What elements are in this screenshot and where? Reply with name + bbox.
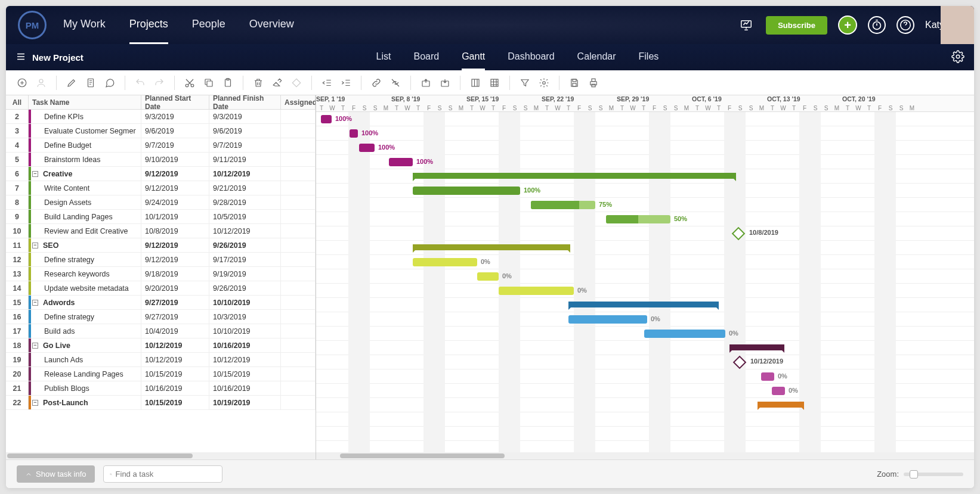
print-icon[interactable] — [586, 75, 601, 91]
gantt-task-bar[interactable] — [499, 287, 574, 295]
indent-icon[interactable] — [338, 75, 354, 91]
table-row[interactable]: 7 Write Content 9/12/2019 9/21/2019 — [6, 181, 316, 195]
table-row[interactable]: 14 Update website metadata 9/20/2019 9/2… — [6, 281, 316, 296]
gantt-body[interactable]: 100%100%100%100%100%75%50%10/8/20190%0%0… — [316, 112, 974, 452]
gear-icon[interactable] — [536, 75, 552, 91]
table-row[interactable]: 5 Brainstorm Ideas 9/10/2019 9/11/2019 — [6, 153, 316, 167]
table-row[interactable]: 20 Release Landing Pages 10/15/2019 10/1… — [6, 367, 316, 381]
gantt-h-scroll[interactable] — [316, 452, 974, 459]
avatar[interactable] — [941, 6, 974, 44]
table-row[interactable]: 8 Design Assets 9/24/2019 9/28/2019 — [6, 195, 316, 210]
gantt-task-bar[interactable] — [606, 215, 670, 223]
nav-people[interactable]: People — [192, 6, 225, 44]
help-icon[interactable] — [896, 16, 914, 34]
filter-icon[interactable] — [517, 75, 533, 91]
tab-calendar[interactable]: Calendar — [577, 45, 616, 70]
clear-icon[interactable] — [270, 75, 285, 91]
gantt-task-bar[interactable] — [761, 372, 774, 381]
add-task-icon[interactable] — [14, 75, 30, 91]
add-button[interactable]: + — [838, 15, 857, 35]
tab-files[interactable]: Files — [639, 45, 659, 70]
table-row[interactable]: 15 −Adwords 9/27/2019 10/10/2019 — [6, 296, 316, 310]
table-row[interactable]: 9 Build Landing Pages 10/1/2019 10/5/201… — [6, 210, 316, 224]
grid-icon[interactable] — [487, 75, 502, 91]
gantt-task-bar[interactable] — [359, 144, 375, 152]
table-row[interactable]: 19 Launch Ads 10/12/2019 10/12/2019 — [6, 353, 316, 367]
grid-body[interactable]: 2 Define KPIs 9/3/2019 9/3/2019 3 Evalua… — [6, 110, 316, 452]
gantt-task-bar[interactable] — [413, 258, 477, 266]
tab-dashboard[interactable]: Dashboard — [508, 45, 554, 70]
nav-overview[interactable]: Overview — [249, 6, 294, 44]
notes-icon[interactable] — [83, 75, 98, 91]
table-row[interactable]: 22 −Post-Launch 10/15/2019 10/19/2019 — [6, 396, 316, 410]
gantt-bar-label: 0% — [502, 272, 512, 279]
gantt-task-bar[interactable] — [350, 129, 358, 138]
table-row[interactable]: 10 Review and Edit Creative 10/8/2019 10… — [6, 224, 316, 238]
redo-icon[interactable] — [152, 75, 167, 91]
table-row[interactable]: 16 Define strategy 9/27/2019 10/3/2019 — [6, 310, 316, 324]
copy-icon[interactable] — [201, 75, 217, 91]
show-task-info-button[interactable]: Show task info — [17, 465, 95, 483]
settings-icon[interactable] — [951, 50, 964, 65]
table-row[interactable]: 13 Research keywords 9/18/2019 9/19/2019 — [6, 267, 316, 281]
gantt-task-bar[interactable] — [568, 315, 647, 324]
table-row[interactable]: 6 −Creative 9/12/2019 10/12/2019 — [6, 167, 316, 181]
gantt-chart[interactable]: SEP, 1 '19SEP, 8 '19SEP, 15 '19SEP, 22 '… — [316, 95, 974, 459]
diamond-icon[interactable] — [289, 75, 304, 91]
comment-icon[interactable] — [102, 75, 118, 91]
undo-icon[interactable] — [132, 75, 148, 91]
tab-board[interactable]: Board — [413, 45, 439, 70]
outdent-icon[interactable] — [319, 75, 335, 91]
paste-icon[interactable] — [220, 75, 236, 91]
table-row[interactable]: 3 Evaluate Customer Segmer 9/6/2019 9/6/… — [6, 124, 316, 138]
unlink-icon[interactable] — [388, 75, 403, 91]
col-end[interactable]: Planned Finish Date — [209, 95, 281, 109]
col-start[interactable]: Planned Start Date — [141, 95, 209, 109]
gantt-task-bar[interactable] — [644, 330, 725, 338]
save-icon[interactable] — [567, 75, 582, 91]
col-assigned[interactable]: Assigned — [281, 95, 316, 109]
app-logo[interactable]: PM — [18, 11, 47, 39]
timer-icon[interactable] — [868, 16, 886, 34]
menu-icon[interactable] — [16, 51, 26, 64]
gantt-summary-bar[interactable] — [758, 402, 804, 408]
subscribe-button[interactable]: Subscribe — [766, 16, 827, 35]
assign-icon[interactable] — [33, 75, 49, 91]
export-icon[interactable] — [418, 75, 434, 91]
table-row[interactable]: 21 Publish Blogs 10/16/2019 10/16/2019 — [6, 381, 316, 396]
gantt-summary-bar[interactable] — [568, 302, 719, 307]
gantt-task-bar[interactable] — [413, 187, 520, 195]
col-all[interactable]: All — [6, 95, 29, 109]
table-row[interactable]: 12 Define strategy 9/12/2019 9/17/2019 — [6, 253, 316, 267]
delete-icon[interactable] — [251, 75, 266, 91]
columns-icon[interactable] — [468, 75, 483, 91]
link-icon[interactable] — [369, 75, 384, 91]
table-row[interactable]: 4 Define Budget 9/7/2019 9/7/2019 — [6, 138, 316, 153]
edit-icon[interactable] — [64, 75, 79, 91]
find-task-input[interactable] — [116, 470, 216, 479]
gantt-summary-bar[interactable] — [413, 173, 736, 179]
zoom-slider[interactable] — [904, 473, 963, 476]
gantt-task-bar[interactable] — [389, 158, 413, 166]
table-row[interactable]: 11 −SEO 9/12/2019 9/26/2019 — [6, 238, 316, 253]
gantt-task-bar[interactable] — [772, 387, 785, 395]
table-row[interactable]: 17 Build ads 10/4/2019 10/10/2019 — [6, 324, 316, 338]
grid-h-scroll[interactable] — [6, 452, 316, 459]
presentation-icon[interactable] — [737, 16, 755, 34]
tab-list[interactable]: List — [376, 45, 391, 70]
gantt-task-bar[interactable] — [531, 201, 595, 209]
tab-gantt[interactable]: Gantt — [462, 45, 485, 70]
nav-my-work[interactable]: My Work — [63, 6, 106, 44]
col-name[interactable]: Task Name — [29, 95, 141, 109]
gantt-task-bar[interactable] — [477, 272, 499, 281]
cut-icon[interactable] — [182, 75, 197, 91]
find-task-field[interactable] — [103, 465, 222, 483]
nav-projects[interactable]: Projects — [129, 6, 168, 44]
gantt-summary-bar[interactable] — [413, 244, 570, 250]
import-icon[interactable] — [437, 75, 453, 91]
gantt-task-bar[interactable] — [321, 115, 332, 123]
gantt-summary-bar[interactable] — [729, 344, 784, 350]
project-name[interactable]: New Project — [32, 52, 84, 63]
table-row[interactable]: 18 −Go Live 10/12/2019 10/16/2019 — [6, 338, 316, 353]
table-row[interactable]: 2 Define KPIs 9/3/2019 9/3/2019 — [6, 110, 316, 124]
